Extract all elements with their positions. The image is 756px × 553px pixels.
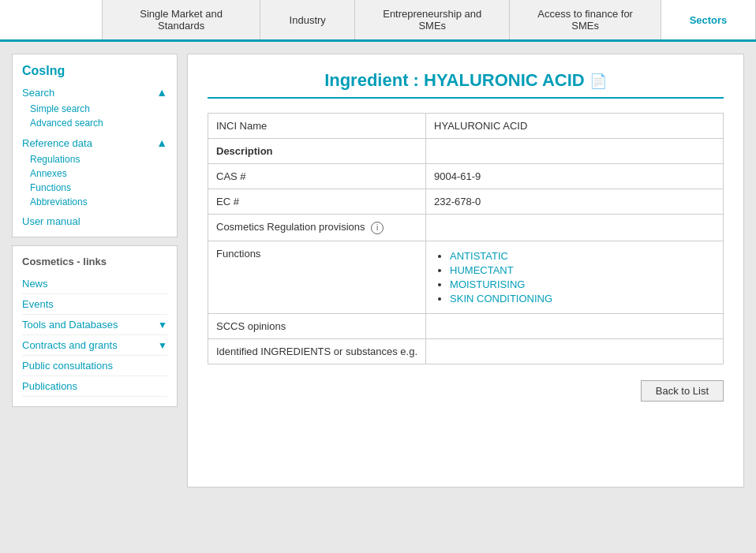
cosing-title: CosIng [22,64,167,78]
info-icon[interactable]: i [371,222,384,234]
sidebar: CosIng Search ▲ Simple search Advanced s… [12,54,178,488]
identified-value [426,338,724,364]
cosmetics-links-box: Cosmetics - links News Events Tools and … [12,245,178,407]
function-moisturising: MOISTURISING [450,278,715,290]
content-area: Ingredient : HYALURONIC ACID 📄 INCI Name… [187,54,744,488]
nav-tab-single-market[interactable]: Single Market and Standards [103,0,260,39]
functions-link[interactable]: Functions [22,181,167,195]
tools-databases-link[interactable]: Tools and Databases ▼ [22,315,167,335]
humectant-link[interactable]: HUMECTANT [450,264,514,276]
title-divider [208,97,724,99]
reference-section-header[interactable]: Reference data ▲ [22,136,167,149]
regulations-link[interactable]: Regulations [22,152,167,166]
advanced-search-link[interactable]: Advanced search [22,116,167,130]
cosmetics-reg-value [426,215,724,241]
back-btn-row: Back to List [208,380,724,402]
pdf-icon[interactable]: 📄 [589,73,607,89]
cosmetics-links-title: Cosmetics - links [22,256,167,267]
sccs-value [426,313,724,338]
top-navigation: Single Market and StandardsIndustryEntre… [0,0,756,42]
ingredient-data-table: INCI Name HYALURONIC ACID Description CA… [208,113,724,364]
antistatic-link[interactable]: ANTISTATIC [450,250,508,262]
table-row-inci: INCI Name HYALURONIC ACID [208,114,724,139]
functions-label: Functions [208,241,426,313]
description-label: Description [208,139,426,164]
search-section-label: Search [22,87,54,99]
table-row-functions: Functions ANTISTATIC HUMECTANT MOISTURIS… [208,241,724,313]
inci-value: HYALURONIC ACID [426,114,724,139]
function-humectant: HUMECTANT [450,264,715,276]
skin-conditioning-link[interactable]: SKIN CONDITIONING [450,293,552,305]
table-row-cas: CAS # 9004-61-9 [208,164,724,189]
logo-area [0,0,103,39]
identified-label: Identified INGREDIENTS or substances e.g… [208,338,426,364]
main-layout: CosIng Search ▲ Simple search Advanced s… [0,42,756,499]
publications-link[interactable]: Publications [22,376,167,397]
sccs-label: SCCS opinions [208,313,426,338]
search-section-header[interactable]: Search ▲ [22,86,167,99]
simple-search-link[interactable]: Simple search [22,102,167,116]
nav-tab-access-finance[interactable]: Access to finance for SMEs [510,0,661,39]
table-row-identified: Identified INGREDIENTS or substances e.g… [208,338,724,364]
tools-arrow-icon: ▼ [158,319,167,331]
cas-value: 9004-61-9 [426,164,724,189]
function-antistatic: ANTISTATIC [450,250,715,262]
annexes-link[interactable]: Annexes [22,166,167,181]
reference-subitems: Regulations Annexes Functions Abbreviati… [22,152,167,209]
contracts-arrow-icon: ▼ [158,340,167,351]
nav-tab-list: Single Market and StandardsIndustryEntre… [103,0,756,39]
table-row-cosmetics-reg: Cosmetics Regulation provisions i [208,215,724,241]
nav-tab-sectors[interactable]: Sectors [661,0,756,39]
ec-label: EC # [208,189,426,215]
news-link[interactable]: News [22,274,167,294]
cosmetics-links-list: News Events Tools and Databases ▼ Contra… [22,274,167,397]
back-to-list-button[interactable]: Back to List [641,380,724,402]
nav-tab-industry[interactable]: Industry [260,0,355,39]
ec-value: 232-678-0 [426,189,724,215]
cosmetics-reg-label: Cosmetics Regulation provisions i [208,215,426,241]
table-row-ec: EC # 232-678-0 [208,189,724,215]
table-row-sccs: SCCS opinions [208,313,724,338]
reference-chevron-icon: ▲ [156,136,167,149]
contracts-grants-link[interactable]: Contracts and grants ▼ [22,335,167,356]
abbreviations-link[interactable]: Abbreviations [22,195,167,209]
functions-value: ANTISTATIC HUMECTANT MOISTURISING SKIN C… [426,241,724,313]
search-chevron-icon: ▲ [156,86,167,99]
events-link[interactable]: Events [22,294,167,315]
search-subitems: Simple search Advanced search [22,102,167,130]
functions-list: ANTISTATIC HUMECTANT MOISTURISING SKIN C… [434,250,715,305]
reference-section-label: Reference data [22,137,92,149]
ingredient-name: HYALURONIC ACID [424,70,585,90]
nav-tab-entrepreneurship[interactable]: Entrepreneurship and SMEs [355,0,510,39]
cas-label: CAS # [208,164,426,189]
cosing-box: CosIng Search ▲ Simple search Advanced s… [12,54,178,237]
function-skin-conditioning: SKIN CONDITIONING [450,293,715,305]
description-value [426,139,724,164]
title-prefix: Ingredient : [324,70,424,90]
table-row-description: Description [208,139,724,164]
ingredient-title: Ingredient : HYALURONIC ACID 📄 [208,70,724,91]
user-manual-link[interactable]: User manual [22,215,167,227]
moisturising-link[interactable]: MOISTURISING [450,278,525,290]
inci-label: INCI Name [208,114,426,139]
public-consultations-link[interactable]: Public consultations [22,356,167,376]
